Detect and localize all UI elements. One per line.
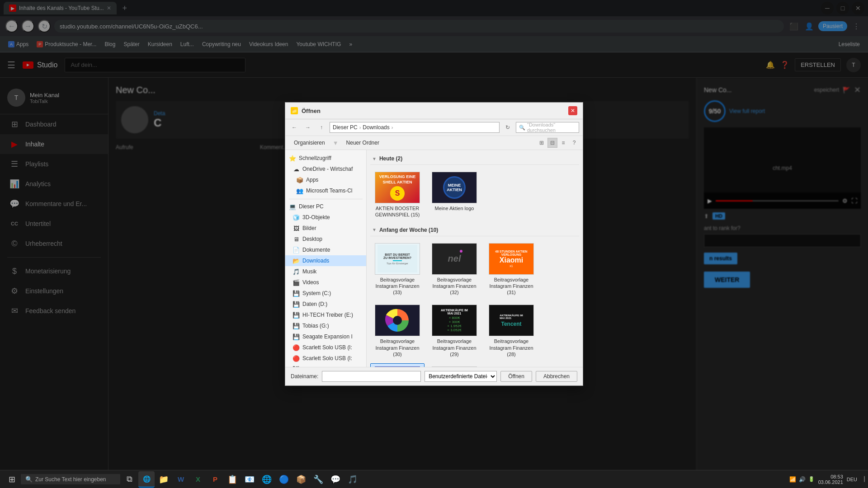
file-item-ig29[interactable]: AKTIENKÄUFE IMMAI 2021 + 800€ + 300€ + 1… <box>427 301 481 361</box>
new-folder-btn[interactable]: Neuer Ordner <box>341 138 384 148</box>
filename-label: Dateiname: <box>291 373 318 380</box>
taskbar-search[interactable]: 🔍 Zur Suche Text hier eingeben <box>21 474 120 484</box>
taskbar-spotify[interactable]: 🎵 <box>344 471 361 488</box>
file-item-meine-aktien[interactable]: MEINEAKTIEN Meine Aktien logo <box>427 169 481 221</box>
dialog-forward-btn[interactable]: → <box>302 122 313 133</box>
taskbar-search-icon: 🔍 <box>25 476 33 483</box>
nav-item-tobias-g[interactable]: 💾 Tobias (G:) <box>285 320 366 331</box>
taskbar-explorer[interactable]: 📁 <box>156 471 172 488</box>
nav-item-3d[interactable]: 🧊 3D-Objekte <box>285 212 366 223</box>
file-item-depot-kopie[interactable]: DEPOT UPDATE 👤 -3.057€ Kopie von Wachstu… <box>370 363 425 367</box>
taskbar-excel[interactable]: X <box>190 471 206 488</box>
nav-item-apps[interactable]: 📦 Apps <box>285 174 366 185</box>
nav-item-scarlett-i[interactable]: 🔴 Scarlett Solo USB (I: <box>285 342 366 353</box>
file-item-ig32[interactable]: nel Beitragsvorlage Instagram Finanzen (… <box>427 240 481 299</box>
nav-item-bilder[interactable]: 🖼 Bilder <box>285 223 366 234</box>
dialog-close-btn[interactable]: ✕ <box>568 106 577 115</box>
heute-label: Heute (2) <box>379 155 402 162</box>
file-thumb-ig31: 48 STUNDEN AKTIENVERLOSUNG Xiaomi x1 <box>489 243 534 275</box>
network-icon[interactable]: 📶 <box>789 476 796 483</box>
volume-icon[interactable]: 🔊 <box>799 476 806 483</box>
taskbar-unknown2[interactable]: 📦 <box>293 471 309 488</box>
view-detail-btn[interactable]: ? <box>569 138 579 148</box>
dialog-path-bar: Dieser PC › Downloads › <box>330 122 500 133</box>
nav-item-dokumente[interactable]: 📄 Dokumente <box>285 244 366 255</box>
nav-item-schnellzugriff[interactable]: ⭐ Schnellzugriff <box>285 153 366 164</box>
path-segment-pc[interactable]: Dieser PC <box>333 124 358 131</box>
3d-label: 3D-Objekte <box>302 214 330 221</box>
view-extra-btn[interactable]: ⊞ <box>537 138 547 148</box>
organize-btn[interactable]: Organisieren <box>289 138 330 148</box>
battery-icon[interactable]: 🔋 <box>808 476 815 482</box>
view-icon-btn[interactable]: ⊟ <box>547 138 557 148</box>
file-name-ig29: Beitragsvorlage Instagram Finanzen (29) <box>430 338 478 357</box>
dialog-refresh-btn[interactable]: ↻ <box>502 122 513 133</box>
section-header-woche[interactable]: ▼ Anfang der Woche (10) <box>370 225 579 236</box>
file-thumb-ig33: BIST DU BEREITZU INVESTIEREN? Tips für E… <box>375 243 420 275</box>
file-item-ig30[interactable]: Beitragsvorlage Instagram Finanzen (30) <box>370 301 425 361</box>
taskbar-word[interactable]: W <box>173 471 189 488</box>
view-list-btn[interactable]: ≡ <box>558 138 568 148</box>
system-c-label: System (C:) <box>302 290 331 296</box>
nav-item-downloads[interactable]: 📂 Downloads <box>285 255 366 266</box>
taskbar-chrome[interactable]: 🌐 <box>138 471 155 488</box>
file-item-ig31[interactable]: 48 STUNDEN AKTIENVERLOSUNG Xiaomi x1 Bei… <box>484 240 538 299</box>
daten-d-icon: 💾 <box>292 300 300 308</box>
taskbar-unknown4[interactable]: 💬 <box>327 471 344 488</box>
scarlett-i2-label: Scarlett Solo USB (I: <box>302 355 352 361</box>
nav-item-scarlett-i2[interactable]: 🔴 Scarlett Solo USB (I: <box>285 353 366 364</box>
filetype-select[interactable]: Benutzerdefinierte Dateien <box>425 371 497 382</box>
dialog-title-icon: 📁 <box>291 107 298 114</box>
nav-item-desktop[interactable]: 🖥 Desktop <box>285 234 366 244</box>
teams-label: Microsoft Teams-Cl <box>306 188 352 194</box>
taskbar-unknown3[interactable]: 🔧 <box>310 471 326 488</box>
tencent-logo: Tencent <box>501 321 521 327</box>
language-indicator: DEU <box>847 477 857 482</box>
nav-item-seagate-i[interactable]: 💾 Seagate Expansion I <box>285 331 366 342</box>
videos-label: Videos <box>302 279 319 286</box>
organize-arrow: ▼ <box>333 140 339 146</box>
nav-item-system-c[interactable]: 💾 System (C:) <box>285 288 366 299</box>
nav-item-teams[interactable]: 👥 Microsoft Teams-Cl <box>285 185 366 196</box>
nav-item-musik[interactable]: 🎵 Musik <box>285 266 366 277</box>
file-item-shell[interactable]: VERLOSUNG EINE SHELL AKTIEN S AKTIEN BOO… <box>370 169 425 221</box>
dialog-up-btn[interactable]: ↑ <box>316 122 327 133</box>
meine-aktien-logo: MEINEAKTIEN <box>443 176 466 199</box>
taskbar-outlook[interactable]: 📧 <box>241 471 258 488</box>
taskbar-task-view[interactable]: ⧉ <box>121 471 137 488</box>
file-section-heute: ▼ Heute (2) VERLOSUNG EINE SHELL AKTIEN … <box>370 154 579 221</box>
file-thumb-ig32: nel <box>432 243 477 275</box>
nav-item-videos[interactable]: 🎬 Videos <box>285 277 366 288</box>
nav-item-onedrive[interactable]: ☁ OneDrive - Wirtschaf <box>285 164 366 174</box>
dialog-cancel-btn[interactable]: Abbrechen <box>536 371 577 382</box>
taskbar-browser2[interactable]: 🌐 <box>259 471 275 488</box>
clock-area[interactable]: 08:53 03.06.2021 <box>818 474 843 485</box>
taskbar-edge[interactable]: 🔵 <box>276 471 292 488</box>
file-thumb-ig28: AKTIENKÄUFE IMMAI 2021 Tencent <box>489 305 534 336</box>
taskbar-start-btn[interactable]: ⊞ <box>4 471 20 488</box>
hitech-label: HI-TECH Treiber (E:) <box>302 312 353 318</box>
path-segment-downloads[interactable]: Downloads <box>363 124 389 131</box>
nav-section-quickaccess: ⭐ Schnellzugriff ☁ OneDrive - Wirtschaf … <box>285 152 366 197</box>
filename-input[interactable] <box>322 371 421 382</box>
nav-item-daten-d[interactable]: 💾 Daten (D:) <box>285 299 366 310</box>
file-item-ig28[interactable]: AKTIENKÄUFE IMMAI 2021 Tencent Beitragsv… <box>484 301 538 361</box>
dialog-open-btn[interactable]: Öffnen <box>500 371 532 382</box>
nav-item-dieser-pc[interactable]: 💻 Dieser PC <box>285 201 366 212</box>
taskbar-powerpoint[interactable]: P <box>207 471 223 488</box>
dieser-pc-icon: 💻 <box>289 203 296 210</box>
taskbar-unknown1[interactable]: 📋 <box>224 471 241 488</box>
scarlett-i-label: Scarlett Solo USB (I: <box>302 344 352 351</box>
path-separator-1: › <box>359 125 361 130</box>
show-desktop-btn[interactable]: ▕ <box>861 476 864 482</box>
nav-item-seagate-d[interactable]: 💾 Seagate Expansion D <box>285 364 366 367</box>
nav-item-hitech[interactable]: 💾 HI-TECH Treiber (E:) <box>285 310 366 320</box>
section-header-heute[interactable]: ▼ Heute (2) <box>370 154 579 165</box>
ig33-content: BIST DU BEREITZU INVESTIEREN? Tips für E… <box>377 245 417 272</box>
file-item-paper[interactable]: paper-3213924_640 <box>427 363 481 367</box>
heute-toggle: ▼ <box>372 156 377 161</box>
file-item-ig33[interactable]: BIST DU BEREITZU INVESTIEREN? Tips für E… <box>370 240 425 299</box>
file-name-ig28: Beitragsvorlage Instagram Finanzen (28) <box>487 338 535 357</box>
desktop-label: Desktop <box>302 236 322 242</box>
dialog-back-btn[interactable]: ← <box>289 122 300 133</box>
